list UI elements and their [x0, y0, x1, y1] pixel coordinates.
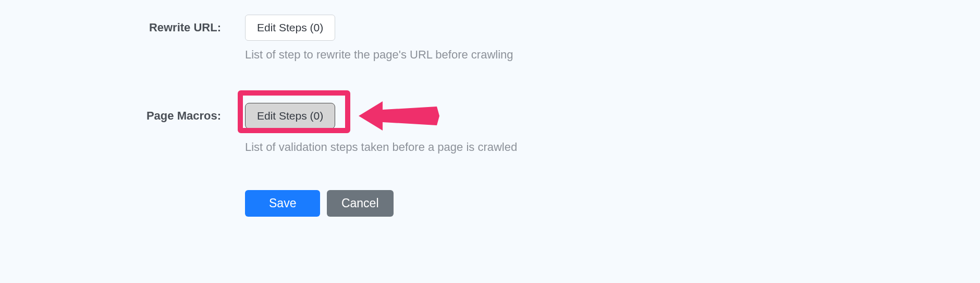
- label-rewrite-url: Rewrite URL:: [0, 15, 245, 34]
- action-row: Save Cancel: [0, 190, 980, 217]
- edit-steps-rewrite-button[interactable]: Edit Steps (0): [245, 15, 335, 41]
- help-rewrite-url: List of step to rewrite the page's URL b…: [245, 48, 980, 62]
- help-page-macros: List of validation steps taken before a …: [245, 140, 980, 154]
- control-col-page-macros: Edit Steps (0) List of validation steps …: [245, 97, 980, 154]
- cancel-button[interactable]: Cancel: [327, 190, 394, 217]
- field-rewrite-url: Rewrite URL: Edit Steps (0) List of step…: [0, 15, 980, 62]
- control-col-rewrite-url: Edit Steps (0) List of step to rewrite t…: [245, 15, 980, 62]
- field-page-macros: Page Macros: Edit Steps (0) List of vali…: [0, 97, 980, 154]
- save-button[interactable]: Save: [245, 190, 320, 217]
- label-page-macros: Page Macros:: [0, 97, 245, 123]
- action-buttons: Save Cancel: [245, 190, 980, 217]
- edit-steps-page-macros-button[interactable]: Edit Steps (0): [245, 103, 335, 129]
